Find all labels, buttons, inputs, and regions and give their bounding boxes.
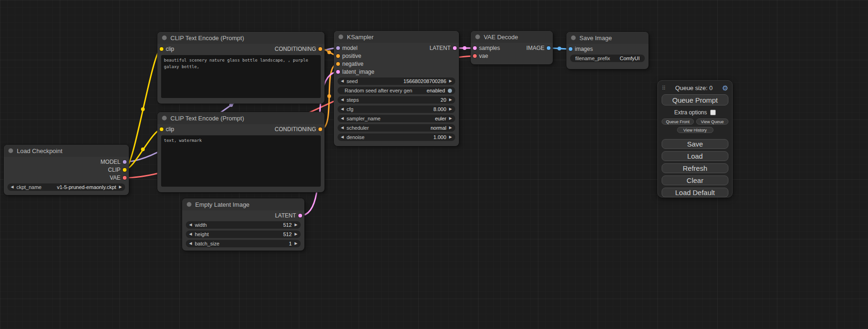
view-history-button[interactable]: View History	[677, 127, 713, 133]
node-collapse-dot-icon[interactable]	[8, 148, 13, 153]
seed-widget[interactable]: ◀ seed 156680208700286 ▶	[338, 77, 455, 85]
latent-slot-dot-icon[interactable]	[473, 46, 477, 50]
increment-arrow-icon[interactable]: ▶	[449, 79, 452, 83]
node-collapse-dot-icon[interactable]	[339, 35, 343, 39]
node-clip-text-encode-negative[interactable]: CLIP Text Encode (Prompt) clip CONDITION…	[157, 112, 325, 192]
increment-arrow-icon[interactable]: ▶	[449, 117, 452, 120]
menu-drag-handle-icon[interactable]: ⠿	[662, 85, 666, 91]
increment-arrow-icon[interactable]: ▶	[449, 135, 452, 139]
conditioning-slot-dot-icon[interactable]	[336, 54, 340, 58]
view-queue-button[interactable]: View Queue	[696, 119, 728, 125]
increment-arrow-icon[interactable]: ▶	[449, 107, 452, 111]
node-collapse-dot-icon[interactable]	[571, 35, 576, 40]
input-slot-positive[interactable]: positive	[336, 53, 361, 59]
output-slot-vae[interactable]: VAE	[110, 175, 127, 181]
settings-gear-icon[interactable]: ⚙	[722, 84, 728, 91]
node-collapse-dot-icon[interactable]	[475, 35, 480, 39]
decrement-arrow-icon[interactable]: ◀	[341, 79, 344, 83]
node-title-bar[interactable]: Empty Latent Image	[182, 198, 304, 210]
node-save-image[interactable]: Save Image images filename_prefix ComfyU…	[566, 32, 649, 69]
node-title-bar[interactable]: Save Image	[566, 32, 649, 44]
clip-slot-dot-icon[interactable]	[123, 168, 127, 172]
decrement-arrow-icon[interactable]: ◀	[189, 232, 192, 236]
increment-arrow-icon[interactable]: ▶	[295, 223, 297, 227]
cfg-widget[interactable]: ◀ cfg 8.000 ▶	[338, 105, 455, 113]
width-widget[interactable]: ◀ width 512 ▶	[186, 221, 301, 229]
node-vae-decode[interactable]: VAE Decode samples IMAGE vae	[471, 31, 553, 64]
decrement-arrow-icon[interactable]: ◀	[341, 135, 344, 139]
vae-slot-dot-icon[interactable]	[473, 54, 477, 58]
increment-arrow-icon[interactable]: ▶	[119, 185, 122, 189]
output-slot-image[interactable]: IMAGE	[526, 45, 550, 51]
input-slot-images[interactable]: images	[569, 46, 593, 52]
node-ksampler[interactable]: KSampler model LATENT positive negative	[334, 31, 459, 146]
load-default-button[interactable]: Load Default	[662, 188, 728, 197]
node-title-bar[interactable]: KSampler	[334, 31, 459, 43]
clip-slot-dot-icon[interactable]	[160, 47, 163, 51]
input-slot-latent-image[interactable]: latent_image	[336, 69, 374, 75]
node-collapse-dot-icon[interactable]	[162, 116, 167, 120]
input-slot-clip[interactable]: clip	[160, 126, 174, 133]
image-slot-dot-icon[interactable]	[569, 47, 572, 51]
sampler-name-widget[interactable]: ◀ sampler_name euler ▶	[338, 115, 455, 122]
output-slot-latent[interactable]: LATENT	[275, 212, 302, 219]
increment-arrow-icon[interactable]: ▶	[295, 232, 297, 236]
input-slot-vae[interactable]: vae	[473, 53, 488, 59]
model-slot-dot-icon[interactable]	[123, 160, 127, 164]
model-slot-dot-icon[interactable]	[336, 46, 340, 50]
load-button[interactable]: Load	[662, 151, 728, 161]
node-collapse-dot-icon[interactable]	[187, 202, 191, 207]
batch-size-widget[interactable]: ◀ batch_size 1 ▶	[186, 240, 301, 247]
input-slot-negative[interactable]: negative	[336, 61, 363, 67]
output-slot-conditioning[interactable]: CONDITIONING	[275, 126, 322, 133]
height-widget[interactable]: ◀ height 512 ▶	[186, 231, 301, 238]
increment-arrow-icon[interactable]: ▶	[449, 126, 452, 130]
node-empty-latent-image[interactable]: Empty Latent Image LATENT ◀ width 512 ▶ …	[182, 198, 304, 251]
latent-slot-dot-icon[interactable]	[336, 70, 340, 74]
node-title-bar[interactable]: CLIP Text Encode (Prompt)	[157, 112, 325, 124]
increment-arrow-icon[interactable]: ▶	[295, 242, 297, 245]
conditioning-slot-dot-icon[interactable]	[318, 127, 322, 131]
queue-front-button[interactable]: Queue Front	[662, 119, 694, 125]
extra-options-checkbox[interactable]	[710, 110, 716, 115]
decrement-arrow-icon[interactable]: ◀	[189, 242, 192, 245]
scheduler-widget[interactable]: ◀ scheduler normal ▶	[338, 124, 455, 132]
decrement-arrow-icon[interactable]: ◀	[341, 117, 344, 120]
decrement-arrow-icon[interactable]: ◀	[341, 126, 344, 130]
increment-arrow-icon[interactable]: ▶	[449, 98, 452, 102]
input-slot-model[interactable]: model	[336, 45, 358, 51]
ckpt-name-widget[interactable]: ◀ ckpt_name v1-5-pruned-emaonly.ckpt ▶	[7, 183, 125, 191]
save-button[interactable]: Save	[662, 139, 728, 149]
node-clip-text-encode-positive[interactable]: CLIP Text Encode (Prompt) clip CONDITION…	[157, 32, 325, 104]
output-slot-latent[interactable]: LATENT	[430, 45, 457, 51]
output-slot-clip[interactable]: CLIP	[108, 167, 127, 173]
conditioning-slot-dot-icon[interactable]	[318, 47, 322, 51]
decrement-arrow-icon[interactable]: ◀	[341, 107, 344, 111]
input-slot-clip[interactable]: clip	[160, 46, 174, 52]
node-title-bar[interactable]: Load Checkpoint	[4, 145, 129, 157]
decrement-arrow-icon[interactable]: ◀	[11, 185, 14, 189]
clear-button[interactable]: Clear	[662, 175, 728, 185]
prompt-textarea[interactable]: beautiful scenery nature glass bottle la…	[161, 55, 321, 98]
clip-slot-dot-icon[interactable]	[160, 127, 163, 131]
node-load-checkpoint[interactable]: Load Checkpoint MODEL CLIP VAE ◀ ckpt_na…	[4, 145, 129, 195]
toggle-knob-icon[interactable]	[448, 89, 452, 93]
node-collapse-dot-icon[interactable]	[162, 35, 167, 40]
filename-prefix-widget[interactable]: filename_prefix ComfyUI	[570, 55, 645, 62]
refresh-button[interactable]: Refresh	[662, 163, 728, 173]
output-slot-conditioning[interactable]: CONDITIONING	[275, 46, 322, 52]
output-slot-model[interactable]: MODEL	[100, 159, 127, 165]
conditioning-slot-dot-icon[interactable]	[336, 62, 340, 66]
node-title-bar[interactable]: CLIP Text Encode (Prompt)	[157, 32, 325, 44]
prompt-textarea[interactable]: text, watermark	[161, 135, 321, 187]
input-slot-samples[interactable]: samples	[473, 45, 500, 51]
node-title-bar[interactable]: VAE Decode	[471, 31, 553, 43]
vae-slot-dot-icon[interactable]	[123, 176, 127, 180]
queue-prompt-button[interactable]: Queue Prompt	[662, 94, 728, 105]
steps-widget[interactable]: ◀ steps 20 ▶	[338, 96, 455, 104]
decrement-arrow-icon[interactable]: ◀	[189, 223, 192, 227]
image-slot-dot-icon[interactable]	[547, 46, 550, 50]
random-seed-toggle-widget[interactable]: Random seed after every gen enabled	[338, 87, 455, 94]
denoise-widget[interactable]: ◀ denoise 1.000 ▶	[338, 133, 455, 141]
decrement-arrow-icon[interactable]: ◀	[341, 98, 344, 102]
